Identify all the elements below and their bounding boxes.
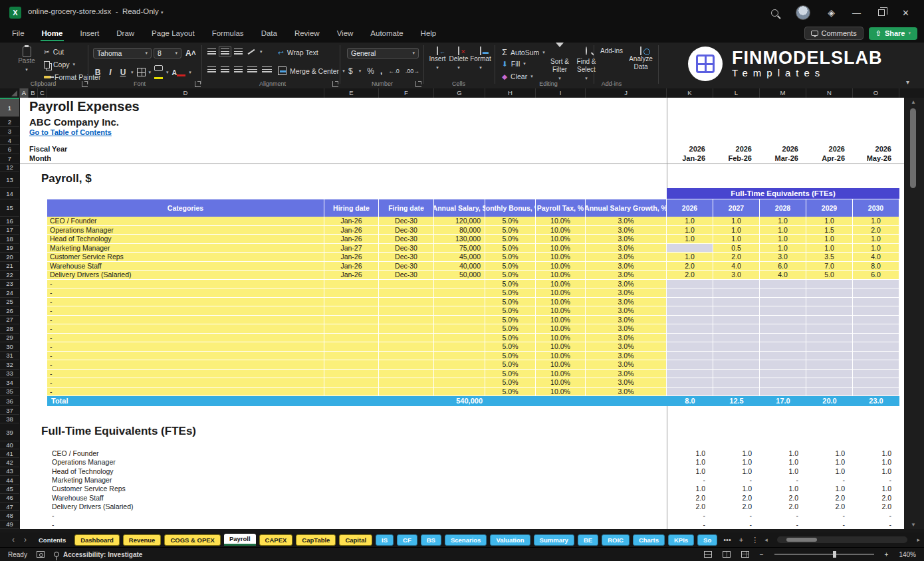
fte-value[interactable]: 1.0 (713, 449, 760, 457)
fte-value[interactable]: - (667, 511, 713, 519)
fte-value[interactable]: - (853, 511, 899, 519)
row-header[interactable]: 30 (0, 342, 19, 352)
cell[interactable]: 5.0 (806, 271, 853, 280)
sheet-tab-contents[interactable]: Contents (33, 535, 71, 545)
fiscal-year-value[interactable]: 2026 (806, 145, 853, 153)
column-header[interactable]: H (485, 88, 536, 98)
cell[interactable]: 2.0 (713, 253, 760, 262)
cell[interactable]: - (47, 288, 324, 298)
cell[interactable] (806, 334, 853, 343)
cell[interactable] (713, 324, 760, 334)
fte-value[interactable]: 2.0 (713, 503, 760, 510)
fte-value[interactable]: 1.0 (853, 458, 899, 466)
row-header[interactable]: 48 (0, 511, 19, 520)
cell[interactable]: 10.0% (536, 262, 586, 271)
more-sheets-icon[interactable]: ••• (721, 536, 733, 544)
row-header[interactable]: 26 (0, 306, 19, 316)
cell[interactable]: Dec-30 (379, 262, 434, 271)
cell[interactable]: 6.0 (760, 262, 806, 271)
cell[interactable]: 3.0% (586, 334, 667, 343)
cell[interactable]: - (47, 298, 324, 307)
cell[interactable] (667, 360, 713, 370)
cell[interactable]: 8.0 (853, 262, 899, 271)
cell[interactable] (667, 388, 713, 397)
fte-value[interactable]: 2.0 (853, 494, 899, 502)
cell[interactable]: 3.0% (586, 280, 667, 289)
font-dialog-launcher[interactable] (195, 81, 201, 87)
cell[interactable]: 10.0% (536, 342, 586, 352)
fill-color-button[interactable] (154, 65, 163, 79)
cell[interactable]: 10.0% (536, 388, 586, 397)
cell[interactable]: 12.5 (713, 396, 760, 406)
horizontal-scroll-thumb[interactable] (786, 538, 817, 542)
cut-button[interactable]: ✂Cut (44, 48, 64, 56)
scroll-up-icon[interactable]: ▲ (911, 99, 916, 105)
cell[interactable]: 5.0% (485, 324, 536, 334)
cell[interactable]: 5.0% (485, 352, 536, 361)
cell[interactable]: 3.5 (806, 253, 853, 262)
cell[interactable] (379, 342, 434, 352)
cell[interactable] (667, 298, 713, 307)
column-header[interactable]: N (806, 88, 853, 98)
cell[interactable] (853, 334, 899, 343)
cell[interactable] (434, 298, 485, 307)
column-header[interactable]: D (47, 88, 324, 98)
fiscal-year-value[interactable]: 2026 (760, 145, 806, 153)
cell[interactable] (713, 352, 760, 361)
cell[interactable]: 10.0% (536, 217, 586, 226)
cell[interactable]: 120,000 (434, 217, 485, 226)
cell[interactable]: 3.0% (586, 342, 667, 352)
page-layout-view-icon[interactable] (723, 551, 731, 558)
cell[interactable]: 5.0% (485, 280, 536, 289)
vertical-scrollbar[interactable]: ▲ ▼ (904, 98, 924, 529)
cell[interactable]: Operations Manager (47, 226, 324, 235)
cell[interactable] (324, 306, 379, 316)
column-header[interactable]: L (713, 88, 760, 98)
cell[interactable]: 1.0 (713, 235, 760, 244)
copy-button[interactable]: Copy▾ (44, 60, 75, 68)
avatar[interactable] (796, 5, 810, 20)
cell[interactable]: - (47, 342, 324, 352)
ribbon-tab-view[interactable]: View (336, 27, 355, 41)
cell[interactable]: 5.0% (485, 316, 536, 325)
row-header[interactable]: 3 (0, 127, 19, 136)
page-break-view-icon[interactable] (741, 551, 749, 558)
fte-value[interactable]: - (713, 520, 760, 528)
merge-center-button[interactable]: Merge & Center▾ (278, 66, 345, 75)
year-column-header[interactable]: 2026 (667, 199, 713, 217)
cell[interactable]: Total (47, 396, 324, 406)
fte-value[interactable]: 1.0 (667, 485, 713, 493)
add-ins-button[interactable]: Add-ins (598, 47, 625, 55)
fte-value[interactable]: 1.0 (806, 458, 853, 466)
cell[interactable]: 1.0 (760, 244, 806, 253)
comments-button[interactable]: Comments (804, 27, 864, 40)
cell[interactable] (760, 298, 806, 307)
sheet-tab-payroll[interactable]: Payroll (224, 534, 256, 546)
cell[interactable] (713, 298, 760, 307)
fiscal-year-value[interactable]: 2026 (713, 145, 760, 153)
cell[interactable] (434, 360, 485, 370)
cell[interactable]: 540,000 (434, 396, 485, 406)
cell[interactable]: 10.0% (536, 360, 586, 370)
cell[interactable] (806, 316, 853, 325)
scroll-down-icon[interactable]: ▼ (911, 522, 916, 528)
row-header[interactable]: 18 (0, 235, 19, 244)
cell[interactable]: 5.0% (485, 360, 536, 370)
cell[interactable] (853, 370, 899, 379)
cell[interactable] (667, 244, 713, 253)
cell[interactable] (667, 316, 713, 325)
cell[interactable]: 5.0% (485, 288, 536, 298)
sheet-tab-capital[interactable]: Capital (339, 534, 372, 546)
month-value[interactable]: Feb-26 (713, 154, 760, 162)
cell[interactable] (760, 324, 806, 334)
italic-button[interactable]: I (106, 68, 115, 77)
fte-value[interactable]: - (806, 476, 853, 484)
cell[interactable] (713, 378, 760, 388)
column-header[interactable]: O (853, 88, 899, 98)
row-header[interactable]: 22 (0, 271, 19, 280)
fte-value[interactable]: 1.0 (667, 458, 713, 466)
cell[interactable]: - (47, 334, 324, 343)
cell[interactable]: 4.0 (853, 253, 899, 262)
cell[interactable]: 1.0 (760, 226, 806, 235)
sheet-tab-be[interactable]: BE (578, 534, 598, 546)
